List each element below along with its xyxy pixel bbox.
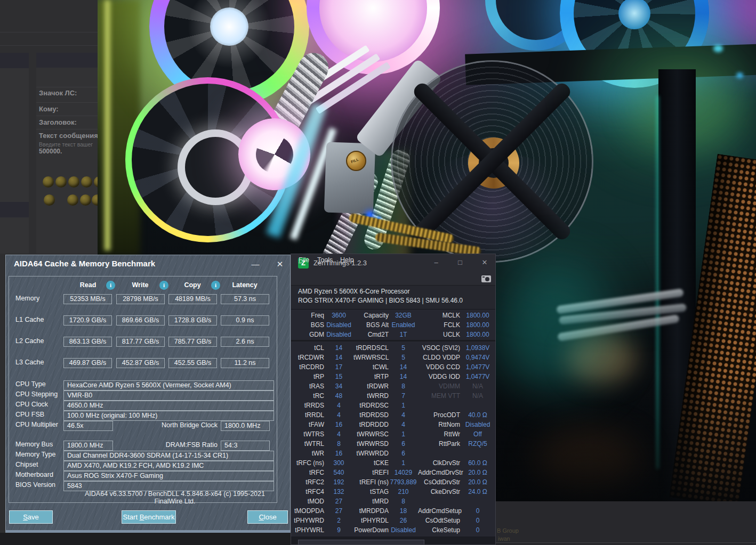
timing-value: 6 [389,450,418,457]
voltage-label: ClkDrvStr [418,459,460,467]
divider [36,129,98,129]
timing-label: tRDRDSD [353,411,389,419]
menu-file[interactable]: File [299,256,309,264]
param-label: Cmd2T [353,331,389,338]
maximize-button[interactable]: □ [455,258,465,266]
divider [36,87,98,87]
clock-row: Freq 3600 Capacity 32GB MCLK 1800.00 [291,311,496,320]
message-hint: Введите текст вашег [39,141,93,148]
divider [0,32,98,32]
dram-fsb-ratio-label: DRAM:FSB Ratio [139,441,218,449]
mesh-panel [669,154,756,501]
timing-row: tRRDS 4 tRDRDSC 1 [291,401,496,410]
timing-value: 27 [324,498,353,505]
param-value: 1800.00 [460,321,495,329]
smiley-icon[interactable] [44,194,55,206]
timing-value: 5 [389,354,418,361]
benchmark-row: Memory 52353 MB/s 28798 MB/s 48189 MB/s … [6,289,277,310]
timing-value: 5 [389,344,418,352]
voltage-label: VDDG IOD [418,373,460,380]
voltage-label: ProcODT [418,411,460,419]
close-button[interactable]: ✕ [274,259,286,269]
voltage-value: 40.0 Ω [460,411,495,419]
timing-label: tWRWRSCL [353,354,389,361]
latency-value-box: 11.2 ns [221,358,269,368]
timing-value: 15 [324,373,353,380]
timing-label: tRFC [291,469,324,476]
clock-row: BGS Disabled BGS Alt Enabled FCLK 1800.0… [291,320,496,330]
menu-tools[interactable]: Tools [317,256,333,264]
timing-label: tWTRS [291,430,324,438]
timing-value: 540 [324,469,353,476]
close-button[interactable]: ✕ [479,258,490,266]
voltage-value: 0 [460,507,495,515]
copy-value-box: 1728.8 GB/s [168,315,217,326]
voltage-value: 0 [460,517,495,524]
menu-help[interactable]: Help [340,256,354,264]
timing-label: tRCDWR [291,354,324,361]
minimize-button[interactable]: – [431,258,441,266]
timing-label: tRRDL [291,411,324,419]
cable [556,288,684,314]
case-fan [485,0,586,51]
copy-value-box: 452.55 GB/s [168,358,217,368]
timing-value: 1 [389,402,418,409]
divider [36,116,98,116]
timing-row: tWTRL 8 tWRWRSD 6 RttPark RZQ/5 [291,439,496,449]
timing-row: tFAW 16 tRDRDDD 4 RttNom Disabled [291,420,496,429]
desktop-strip [0,533,291,545]
timing-value: 14 [324,354,353,361]
smiley-icon[interactable] [55,176,67,188]
timing-label: tRFC2 [291,478,324,486]
timing-label: tMOD [291,498,324,505]
timing-label: tWRRD [353,392,389,400]
voltage-label: MEM VTT [418,392,460,400]
timing-row: tRC 48 tWRRD 7 MEM VTT N/A [291,391,496,401]
screenshot-camera-icon[interactable] [481,275,491,282]
row-label: Memory Bus [15,441,53,448]
start-benchmark-button[interactable]: Start Benchmark [122,510,176,524]
smiley-icon[interactable] [92,194,98,206]
timing-label: tRAS [291,383,324,390]
photo-glow [631,64,737,149]
photo-glint [736,72,743,78]
timing-label: tSTAG [353,488,389,495]
timing-value: 16 [324,421,353,428]
smiley-icon[interactable] [81,176,92,188]
photo-glint [713,45,723,52]
smiley-icon[interactable] [68,176,79,188]
minimize-button[interactable]: — [250,259,261,269]
timing-row: tPHYWRD 2 tPHYRDL 26 CsOdtSetup 0 [291,516,496,525]
latency-value-box: 0.9 ns [221,315,269,326]
version-footer: AIDA64 v6.33.5700 / BenchDLL 4.5.846.8-x… [73,490,277,505]
param-label: Capacity [353,312,389,319]
board-bios-smu: ROG STRIX X470-F GAMING | BIOS 5843 | SM… [298,297,463,304]
timing-row: tRFC4 132 tSTAG 210 CkeDrvStr 24.0 Ω [291,487,496,497]
memory-module-box [298,540,424,545]
system-info-rows: Memory Type Dual Channel DDR4-3600 SDRAM… [6,450,277,491]
divider [0,45,98,46]
info-row: Memory Type Dual Channel DDR4-3600 SDRAM… [6,450,277,460]
desktop-strip: B Group iwan [496,501,756,545]
divider [496,542,756,543]
timing-value: 192 [324,478,353,486]
save-button[interactable]: Save [9,510,53,524]
timing-label: tREFI (ns) [353,478,389,486]
voltage-label: VDIMM [418,383,460,390]
info-value-box: VMR-B0 [63,391,274,401]
latency-value-box: 2.6 ns [221,337,269,347]
row-label: CPU Multiplier [15,421,58,428]
divider [36,102,98,103]
timing-label: tPHYWRD [291,517,324,524]
smiley-icon[interactable] [43,176,54,188]
timing-row: tMOD 27 tMRD 8 [291,497,496,506]
close-button[interactable]: Close [247,510,288,524]
timing-row: tWR 16 tWRWRDD 6 [291,449,496,458]
case-edge-glow [656,96,659,469]
smiley-icon[interactable] [67,194,78,206]
aio-pump [238,118,310,190]
row-label: L1 Cache [15,316,44,323]
smiley-icon[interactable] [80,194,91,206]
smiley-icon[interactable] [94,176,98,188]
voltage-value: 1,0477V [460,363,495,371]
